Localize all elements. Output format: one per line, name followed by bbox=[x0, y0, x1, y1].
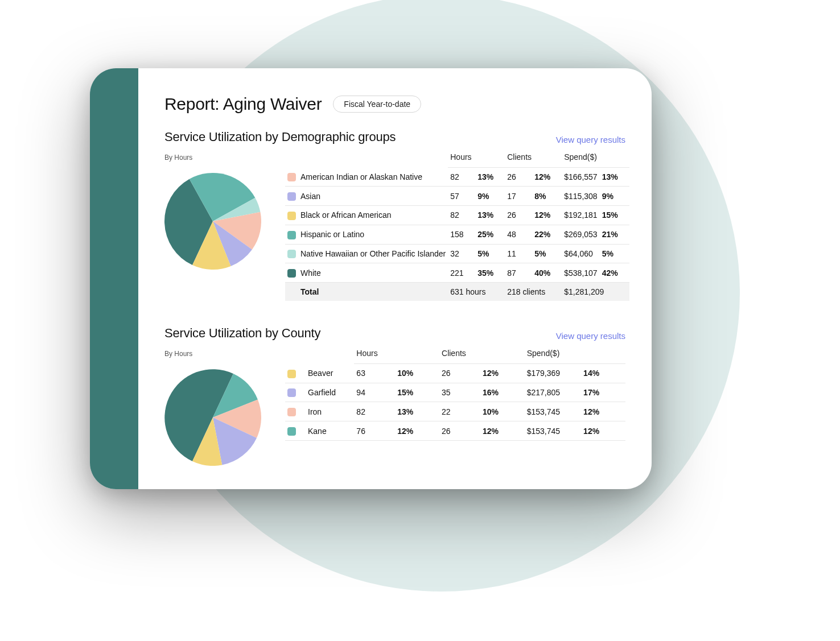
spend-pct: 14% bbox=[581, 364, 625, 383]
col-hours: Hours bbox=[448, 150, 505, 168]
row-label: Iron bbox=[306, 402, 354, 421]
spend-value: $217,805 bbox=[525, 383, 581, 402]
hours-value: 221 bbox=[448, 263, 475, 283]
spend-value: $269,053 bbox=[562, 225, 599, 244]
col-clients: Clients bbox=[505, 150, 562, 168]
col-spend: Spend($) bbox=[525, 346, 625, 364]
row-label: Hispanic or Latino bbox=[298, 225, 448, 244]
clients-pct: 12% bbox=[480, 421, 525, 441]
view-query-link[interactable]: View query results bbox=[556, 135, 625, 144]
table-row: Beaver6310%2612%$179,36914% bbox=[285, 364, 625, 383]
table-header-row: Hours Clients Spend($) bbox=[285, 150, 629, 168]
total-hours: 631 hours bbox=[448, 283, 505, 301]
demographics-table: Hours Clients Spend($) American Indian o… bbox=[285, 150, 629, 301]
spend-pct: 12% bbox=[581, 402, 625, 421]
spend-value: $153,745 bbox=[525, 402, 581, 421]
hours-value: 32 bbox=[448, 244, 475, 263]
table-row: White22135%8740%$538,10742% bbox=[285, 263, 629, 283]
table-row: Black or African American8213%2612%$192,… bbox=[285, 206, 629, 225]
total-label: Total bbox=[298, 283, 448, 301]
col-hours: Hours bbox=[354, 346, 439, 364]
view-query-link[interactable]: View query results bbox=[556, 331, 625, 341]
section-title: Service Utilization by County bbox=[164, 326, 320, 341]
row-label: Beaver bbox=[306, 364, 354, 383]
spend-pct: 17% bbox=[581, 383, 625, 402]
county-table: Hours Clients Spend($) Beaver6310%2612%$… bbox=[285, 346, 625, 441]
clients-pct: 12% bbox=[480, 364, 525, 383]
col-clients: Clients bbox=[439, 346, 525, 364]
time-range-chip[interactable]: Fiscal Year-to-date bbox=[333, 96, 421, 113]
table-row: Iron8213%2210%$153,74512% bbox=[285, 402, 625, 421]
clients-value: 26 bbox=[505, 168, 532, 187]
row-label: White bbox=[298, 263, 448, 283]
total-spend: $1,281,209 bbox=[562, 283, 629, 301]
legend-swatch bbox=[287, 408, 296, 416]
legend-swatch bbox=[287, 370, 296, 378]
clients-pct: 40% bbox=[532, 263, 562, 283]
pie-chart-demographics bbox=[164, 173, 261, 270]
hours-pct: 13% bbox=[395, 402, 439, 421]
clients-value: 48 bbox=[505, 225, 532, 244]
legend-swatch bbox=[287, 250, 296, 258]
spend-pct: 5% bbox=[600, 244, 629, 263]
clients-pct: 12% bbox=[532, 206, 562, 225]
spend-value: $64,060 bbox=[562, 244, 599, 263]
spend-value: $538,107 bbox=[562, 263, 599, 283]
clients-value: 22 bbox=[439, 402, 480, 421]
row-label: Native Hawaiian or Other Pacific Islande… bbox=[298, 244, 448, 263]
spend-value: $192,181 bbox=[562, 206, 599, 225]
spend-pct: 12% bbox=[581, 421, 625, 441]
section-demographics: Service Utilization by Demographic group… bbox=[164, 130, 625, 301]
clients-pct: 8% bbox=[532, 187, 562, 206]
table-row: Kane7612%2612%$153,74512% bbox=[285, 421, 625, 441]
row-label: Black or African American bbox=[298, 206, 448, 225]
spend-pct: 9% bbox=[600, 187, 629, 206]
hours-pct: 12% bbox=[395, 421, 439, 441]
report-card: Report: Aging Waiver Fiscal Year-to-date… bbox=[90, 68, 652, 489]
hours-value: 63 bbox=[354, 364, 395, 383]
hours-value: 94 bbox=[354, 383, 395, 402]
table-row: Garfield9415%3516%$217,80517% bbox=[285, 383, 625, 402]
section-title: Service Utilization by Demographic group… bbox=[164, 130, 396, 144]
row-label: American Indian or Alaskan Native bbox=[298, 168, 448, 187]
clients-pct: 22% bbox=[532, 225, 562, 244]
col-spend: Spend($) bbox=[562, 150, 629, 168]
legend-swatch bbox=[287, 388, 296, 397]
hours-pct: 13% bbox=[475, 206, 505, 225]
report-header: Report: Aging Waiver Fiscal Year-to-date bbox=[164, 94, 625, 114]
legend-swatch bbox=[287, 231, 296, 239]
table-row: Native Hawaiian or Other Pacific Islande… bbox=[285, 244, 629, 263]
page-title: Report: Aging Waiver bbox=[164, 94, 322, 114]
clients-value: 17 bbox=[505, 187, 532, 206]
clients-value: 35 bbox=[439, 383, 480, 402]
clients-pct: 5% bbox=[532, 244, 562, 263]
clients-pct: 12% bbox=[532, 168, 562, 187]
legend-swatch bbox=[287, 212, 296, 220]
table-row: Asian579%178%$115,3089% bbox=[285, 187, 629, 206]
legend-swatch bbox=[287, 269, 296, 278]
clients-pct: 16% bbox=[480, 383, 525, 402]
pie-chart-county bbox=[164, 369, 261, 466]
clients-value: 87 bbox=[505, 263, 532, 283]
spend-value: $115,308 bbox=[562, 187, 599, 206]
spend-pct: 42% bbox=[600, 263, 629, 283]
hours-value: 82 bbox=[448, 168, 475, 187]
hours-value: 82 bbox=[354, 402, 395, 421]
spend-pct: 15% bbox=[600, 206, 629, 225]
table-row: American Indian or Alaskan Native8213%26… bbox=[285, 168, 629, 187]
table-header-row: Hours Clients Spend($) bbox=[285, 346, 625, 364]
legend-swatch bbox=[287, 427, 296, 436]
chart-area: By Hours bbox=[164, 150, 271, 270]
section-county: Service Utilization by County View query… bbox=[164, 326, 625, 466]
hours-pct: 10% bbox=[395, 364, 439, 383]
total-row: Total631 hours218 clients$1,281,209 bbox=[285, 283, 629, 301]
spend-value: $166,557 bbox=[562, 168, 599, 187]
row-label: Garfield bbox=[306, 383, 354, 402]
report-content: Report: Aging Waiver Fiscal Year-to-date… bbox=[138, 68, 652, 489]
sidebar bbox=[90, 68, 138, 489]
clients-value: 11 bbox=[505, 244, 532, 263]
legend-swatch bbox=[287, 192, 296, 201]
hours-pct: 9% bbox=[475, 187, 505, 206]
hours-pct: 13% bbox=[475, 168, 505, 187]
hours-pct: 15% bbox=[395, 383, 439, 402]
